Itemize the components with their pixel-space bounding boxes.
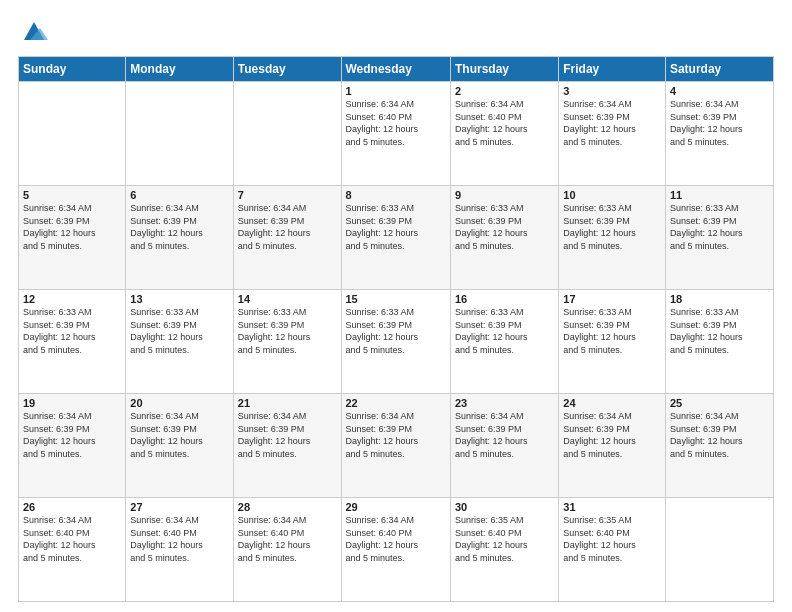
day-number: 8 (346, 189, 446, 201)
day-number: 19 (23, 397, 121, 409)
calendar-row: 1Sunrise: 6:34 AM Sunset: 6:40 PM Daylig… (19, 82, 774, 186)
day-number: 16 (455, 293, 554, 305)
calendar-cell: 24Sunrise: 6:34 AM Sunset: 6:39 PM Dayli… (559, 394, 666, 498)
day-info: Sunrise: 6:34 AM Sunset: 6:40 PM Dayligh… (455, 98, 554, 148)
day-number: 4 (670, 85, 769, 97)
weekday-header-wednesday: Wednesday (341, 57, 450, 82)
calendar-cell: 13Sunrise: 6:33 AM Sunset: 6:39 PM Dayli… (126, 290, 233, 394)
day-info: Sunrise: 6:34 AM Sunset: 6:39 PM Dayligh… (23, 410, 121, 460)
calendar-cell: 31Sunrise: 6:35 AM Sunset: 6:40 PM Dayli… (559, 498, 666, 602)
calendar-cell (233, 82, 341, 186)
header (18, 18, 774, 46)
day-number: 1 (346, 85, 446, 97)
day-number: 26 (23, 501, 121, 513)
calendar-cell: 7Sunrise: 6:34 AM Sunset: 6:39 PM Daylig… (233, 186, 341, 290)
calendar-cell: 18Sunrise: 6:33 AM Sunset: 6:39 PM Dayli… (665, 290, 773, 394)
day-info: Sunrise: 6:34 AM Sunset: 6:39 PM Dayligh… (346, 410, 446, 460)
day-number: 18 (670, 293, 769, 305)
day-info: Sunrise: 6:33 AM Sunset: 6:39 PM Dayligh… (346, 202, 446, 252)
day-info: Sunrise: 6:34 AM Sunset: 6:40 PM Dayligh… (346, 514, 446, 564)
day-info: Sunrise: 6:33 AM Sunset: 6:39 PM Dayligh… (346, 306, 446, 356)
calendar-cell: 23Sunrise: 6:34 AM Sunset: 6:39 PM Dayli… (450, 394, 558, 498)
day-info: Sunrise: 6:34 AM Sunset: 6:40 PM Dayligh… (130, 514, 228, 564)
day-number: 31 (563, 501, 661, 513)
day-number: 14 (238, 293, 337, 305)
day-info: Sunrise: 6:34 AM Sunset: 6:39 PM Dayligh… (670, 410, 769, 460)
day-number: 10 (563, 189, 661, 201)
day-number: 15 (346, 293, 446, 305)
day-number: 2 (455, 85, 554, 97)
day-info: Sunrise: 6:34 AM Sunset: 6:39 PM Dayligh… (670, 98, 769, 148)
calendar-page: SundayMondayTuesdayWednesdayThursdayFrid… (0, 0, 792, 612)
calendar-cell: 11Sunrise: 6:33 AM Sunset: 6:39 PM Dayli… (665, 186, 773, 290)
weekday-header-thursday: Thursday (450, 57, 558, 82)
weekday-header-tuesday: Tuesday (233, 57, 341, 82)
calendar-cell: 3Sunrise: 6:34 AM Sunset: 6:39 PM Daylig… (559, 82, 666, 186)
day-info: Sunrise: 6:34 AM Sunset: 6:40 PM Dayligh… (238, 514, 337, 564)
weekday-header-saturday: Saturday (665, 57, 773, 82)
day-info: Sunrise: 6:34 AM Sunset: 6:39 PM Dayligh… (23, 202, 121, 252)
weekday-header-friday: Friday (559, 57, 666, 82)
day-info: Sunrise: 6:34 AM Sunset: 6:39 PM Dayligh… (238, 202, 337, 252)
calendar-table: SundayMondayTuesdayWednesdayThursdayFrid… (18, 56, 774, 602)
logo-icon (20, 18, 48, 46)
calendar-cell: 17Sunrise: 6:33 AM Sunset: 6:39 PM Dayli… (559, 290, 666, 394)
calendar-cell: 12Sunrise: 6:33 AM Sunset: 6:39 PM Dayli… (19, 290, 126, 394)
calendar-row: 26Sunrise: 6:34 AM Sunset: 6:40 PM Dayli… (19, 498, 774, 602)
calendar-row: 5Sunrise: 6:34 AM Sunset: 6:39 PM Daylig… (19, 186, 774, 290)
calendar-cell: 26Sunrise: 6:34 AM Sunset: 6:40 PM Dayli… (19, 498, 126, 602)
calendar-cell (126, 82, 233, 186)
day-info: Sunrise: 6:33 AM Sunset: 6:39 PM Dayligh… (130, 306, 228, 356)
day-info: Sunrise: 6:33 AM Sunset: 6:39 PM Dayligh… (670, 306, 769, 356)
calendar-cell: 6Sunrise: 6:34 AM Sunset: 6:39 PM Daylig… (126, 186, 233, 290)
day-info: Sunrise: 6:35 AM Sunset: 6:40 PM Dayligh… (455, 514, 554, 564)
day-number: 21 (238, 397, 337, 409)
day-number: 23 (455, 397, 554, 409)
day-number: 13 (130, 293, 228, 305)
day-number: 12 (23, 293, 121, 305)
day-info: Sunrise: 6:34 AM Sunset: 6:39 PM Dayligh… (563, 98, 661, 148)
day-number: 24 (563, 397, 661, 409)
calendar-cell: 22Sunrise: 6:34 AM Sunset: 6:39 PM Dayli… (341, 394, 450, 498)
calendar-cell: 19Sunrise: 6:34 AM Sunset: 6:39 PM Dayli… (19, 394, 126, 498)
calendar-cell: 15Sunrise: 6:33 AM Sunset: 6:39 PM Dayli… (341, 290, 450, 394)
day-info: Sunrise: 6:33 AM Sunset: 6:39 PM Dayligh… (455, 306, 554, 356)
day-number: 11 (670, 189, 769, 201)
calendar-row: 12Sunrise: 6:33 AM Sunset: 6:39 PM Dayli… (19, 290, 774, 394)
calendar-cell: 27Sunrise: 6:34 AM Sunset: 6:40 PM Dayli… (126, 498, 233, 602)
day-number: 25 (670, 397, 769, 409)
calendar-cell: 8Sunrise: 6:33 AM Sunset: 6:39 PM Daylig… (341, 186, 450, 290)
calendar-cell: 28Sunrise: 6:34 AM Sunset: 6:40 PM Dayli… (233, 498, 341, 602)
day-info: Sunrise: 6:34 AM Sunset: 6:39 PM Dayligh… (455, 410, 554, 460)
day-number: 17 (563, 293, 661, 305)
calendar-cell (19, 82, 126, 186)
day-number: 22 (346, 397, 446, 409)
day-number: 6 (130, 189, 228, 201)
day-number: 9 (455, 189, 554, 201)
day-number: 20 (130, 397, 228, 409)
day-number: 28 (238, 501, 337, 513)
calendar-cell: 1Sunrise: 6:34 AM Sunset: 6:40 PM Daylig… (341, 82, 450, 186)
calendar-cell: 21Sunrise: 6:34 AM Sunset: 6:39 PM Dayli… (233, 394, 341, 498)
day-info: Sunrise: 6:34 AM Sunset: 6:39 PM Dayligh… (238, 410, 337, 460)
day-info: Sunrise: 6:33 AM Sunset: 6:39 PM Dayligh… (238, 306, 337, 356)
day-info: Sunrise: 6:33 AM Sunset: 6:39 PM Dayligh… (23, 306, 121, 356)
day-number: 27 (130, 501, 228, 513)
day-info: Sunrise: 6:34 AM Sunset: 6:39 PM Dayligh… (563, 410, 661, 460)
day-info: Sunrise: 6:33 AM Sunset: 6:39 PM Dayligh… (563, 306, 661, 356)
day-info: Sunrise: 6:34 AM Sunset: 6:40 PM Dayligh… (23, 514, 121, 564)
day-number: 5 (23, 189, 121, 201)
calendar-cell: 29Sunrise: 6:34 AM Sunset: 6:40 PM Dayli… (341, 498, 450, 602)
weekday-header-sunday: Sunday (19, 57, 126, 82)
day-number: 7 (238, 189, 337, 201)
calendar-cell: 30Sunrise: 6:35 AM Sunset: 6:40 PM Dayli… (450, 498, 558, 602)
weekday-header-row: SundayMondayTuesdayWednesdayThursdayFrid… (19, 57, 774, 82)
calendar-row: 19Sunrise: 6:34 AM Sunset: 6:39 PM Dayli… (19, 394, 774, 498)
day-info: Sunrise: 6:34 AM Sunset: 6:39 PM Dayligh… (130, 410, 228, 460)
calendar-cell: 10Sunrise: 6:33 AM Sunset: 6:39 PM Dayli… (559, 186, 666, 290)
calendar-cell: 4Sunrise: 6:34 AM Sunset: 6:39 PM Daylig… (665, 82, 773, 186)
calendar-cell: 25Sunrise: 6:34 AM Sunset: 6:39 PM Dayli… (665, 394, 773, 498)
day-info: Sunrise: 6:34 AM Sunset: 6:40 PM Dayligh… (346, 98, 446, 148)
calendar-cell: 5Sunrise: 6:34 AM Sunset: 6:39 PM Daylig… (19, 186, 126, 290)
calendar-cell: 2Sunrise: 6:34 AM Sunset: 6:40 PM Daylig… (450, 82, 558, 186)
